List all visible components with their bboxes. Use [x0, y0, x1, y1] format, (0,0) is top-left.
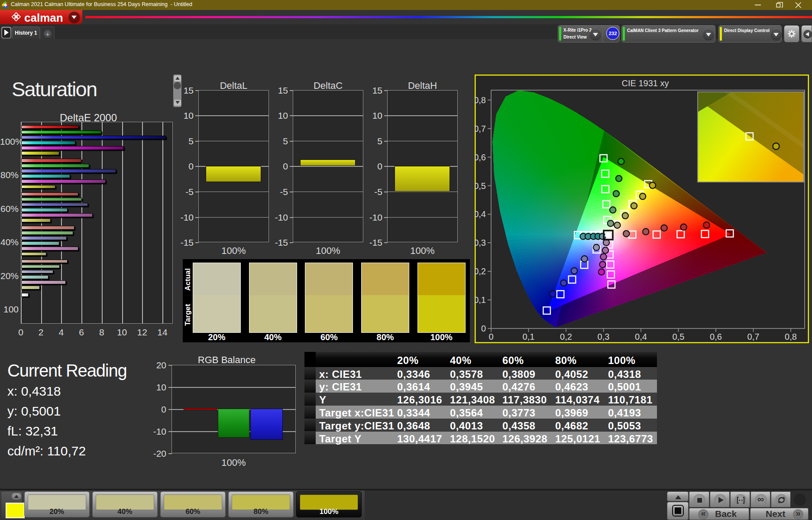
svg-text:0,8: 0,8 — [785, 332, 797, 341]
svg-text:0,4: 0,4 — [475, 209, 486, 219]
svg-text:0: 0 — [481, 324, 486, 333]
svg-text:0,5: 0,5 — [475, 181, 486, 191]
svg-text:0,7: 0,7 — [475, 124, 486, 133]
svg-text:0,2: 0,2 — [475, 266, 486, 276]
svg-text:CIE 1931 xy: CIE 1931 xy — [622, 78, 669, 88]
svg-text:0: 0 — [488, 332, 493, 341]
svg-text:0,6: 0,6 — [475, 153, 486, 162]
svg-text:0,3: 0,3 — [598, 332, 610, 341]
svg-text:0,4: 0,4 — [635, 332, 647, 341]
svg-text:0,6: 0,6 — [710, 332, 722, 341]
svg-text:0,2: 0,2 — [560, 332, 572, 341]
svg-text:0,7: 0,7 — [747, 332, 760, 341]
svg-text:0,1: 0,1 — [475, 295, 486, 305]
svg-text:0,5: 0,5 — [673, 332, 685, 341]
svg-text:0,8: 0,8 — [475, 95, 486, 105]
svg-text:0,1: 0,1 — [523, 332, 535, 341]
svg-text:0,3: 0,3 — [475, 238, 486, 247]
